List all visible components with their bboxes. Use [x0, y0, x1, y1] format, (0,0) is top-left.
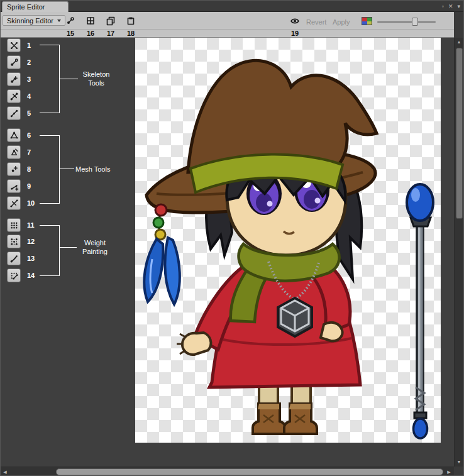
- tool-callout-14: 14: [27, 268, 35, 282]
- toolbar: Skinning Editor 15 16: [1, 12, 455, 38]
- sprite-sheet-button[interactable]: [83, 14, 98, 27]
- tool-callout-7: 7: [27, 145, 31, 159]
- tool-button-2[interactable]: [7, 55, 21, 69]
- vertical-scrollbar[interactable]: ▲ ▼: [454, 38, 464, 467]
- tool-button-7[interactable]: [7, 145, 21, 159]
- character-sprite: [135, 38, 441, 443]
- visibility-button[interactable]: [287, 14, 302, 27]
- tool-button-8[interactable]: [7, 162, 21, 176]
- sprite-editor-window: Sprite Editor ▫ ✕ ▾ Skinning Editor 15: [0, 0, 464, 476]
- staff-sprite: [407, 184, 433, 438]
- copy-button[interactable]: [103, 14, 118, 27]
- callout-18: 18: [127, 30, 135, 37]
- apply-button[interactable]: Apply: [333, 18, 350, 26]
- annotation-line: [59, 169, 74, 169]
- sprite-sheet-icon: [86, 16, 96, 26]
- tool-button-13[interactable]: [7, 252, 21, 265]
- create-edge-icon: [9, 182, 19, 191]
- annotation-line: [59, 79, 78, 79]
- annotation-line: [40, 135, 59, 136]
- tool-button-11[interactable]: [7, 218, 21, 232]
- zoom-slider-thumb[interactable]: [412, 18, 418, 26]
- scroll-down-icon[interactable]: ▼: [455, 458, 463, 467]
- scroll-left-icon[interactable]: ◀: [1, 468, 9, 476]
- tool-callout-5: 5: [27, 106, 31, 120]
- create-vertex-icon: [9, 165, 19, 174]
- paste-button[interactable]: [123, 14, 138, 27]
- scroll-up-icon[interactable]: ▲: [455, 38, 463, 47]
- edit-bone-icon: [9, 58, 19, 67]
- copy-icon: [106, 16, 116, 26]
- tool-callout-4: 4: [27, 89, 31, 103]
- weight-brush-icon: [9, 254, 19, 263]
- annotation-line: [40, 275, 59, 276]
- tool-button-9[interactable]: [7, 179, 21, 193]
- annotation-line: [40, 113, 59, 113]
- tool-callout-1: 1: [27, 38, 31, 52]
- tool-callout-11: 11: [27, 218, 35, 232]
- mesh-tools-label: Mesh Tools: [75, 165, 110, 174]
- annotation-line: [40, 203, 59, 204]
- tool-callout-2: 2: [27, 55, 31, 69]
- bone-chain-icon: [9, 109, 19, 118]
- window-menu-icon[interactable]: ▾: [457, 1, 460, 12]
- weight-slider-icon: [9, 237, 19, 246]
- dropdown-label: Skinning Editor: [7, 17, 53, 25]
- tool-callout-6: 6: [27, 128, 31, 142]
- split-bone-icon: [9, 92, 19, 101]
- sprite-canvas[interactable]: [135, 38, 441, 443]
- tool-callout-10: 10: [27, 196, 35, 210]
- tool-button-1[interactable]: [7, 38, 21, 52]
- tool-callout-3: 3: [27, 72, 31, 86]
- annotation-line: [59, 225, 60, 276]
- resize-corner[interactable]: [454, 467, 464, 476]
- paste-icon: [126, 16, 136, 26]
- zoom-slider[interactable]: [377, 21, 436, 23]
- boot-left: [253, 404, 285, 434]
- tool-button-10[interactable]: [7, 196, 21, 210]
- create-bone-icon: [9, 75, 19, 84]
- tool-button-6[interactable]: [7, 128, 21, 142]
- auto-geometry-icon: [9, 131, 19, 140]
- hat-charm: [144, 204, 180, 304]
- revert-button[interactable]: Revert: [306, 18, 326, 26]
- titlebar[interactable]: Sprite Editor ▫ ✕ ▾: [1, 1, 463, 12]
- character: [144, 60, 377, 434]
- scroll-right-icon[interactable]: ▶: [445, 468, 453, 476]
- tool-button-5[interactable]: [7, 106, 21, 120]
- tool-button-3[interactable]: [7, 72, 21, 86]
- tool-callout-8: 8: [27, 162, 31, 176]
- callout-19: 19: [291, 30, 299, 37]
- callout-15: 15: [67, 30, 74, 37]
- vertical-scroll-thumb[interactable]: [456, 48, 463, 219]
- skeleton-tools-label: SkeletonTools: [79, 70, 114, 87]
- horizontal-scrollbar[interactable]: ◀ ▶: [1, 467, 455, 476]
- color-swatch-icon[interactable]: [362, 17, 372, 25]
- tool-button-12[interactable]: [7, 235, 21, 248]
- split-edge-icon: [9, 199, 19, 208]
- tool-button-4[interactable]: [7, 89, 21, 103]
- unity-pendant: [278, 298, 312, 336]
- toolbar-group-copy: 17: [102, 14, 119, 37]
- weight-painting-label: WeightPainting: [77, 238, 113, 256]
- bone-icon: [65, 16, 75, 26]
- bone-toggle-button[interactable]: [63, 14, 78, 27]
- tool-button-14[interactable]: [7, 268, 21, 282]
- minimize-icon[interactable]: ▫: [442, 1, 444, 12]
- boot-right: [284, 404, 317, 434]
- window-tab[interactable]: Sprite Editor: [2, 1, 69, 12]
- crossed-bones-icon: [9, 41, 19, 50]
- close-icon[interactable]: ✕: [448, 1, 453, 12]
- toolbar-group-visibility: 19: [287, 14, 303, 37]
- toolbar-filler: [454, 12, 464, 38]
- callout-16: 16: [87, 30, 94, 37]
- skinning-editor-dropdown[interactable]: Skinning Editor: [3, 15, 65, 26]
- annotation-line: [40, 225, 59, 226]
- eye-icon: [289, 16, 301, 26]
- tool-callout-9: 9: [27, 179, 31, 193]
- annotation-line: [59, 247, 77, 248]
- horizontal-scroll-thumb[interactable]: [56, 468, 443, 475]
- bone-influence-icon: [9, 271, 19, 280]
- annotation-line: [40, 45, 59, 45]
- tool-callout-12: 12: [27, 235, 35, 248]
